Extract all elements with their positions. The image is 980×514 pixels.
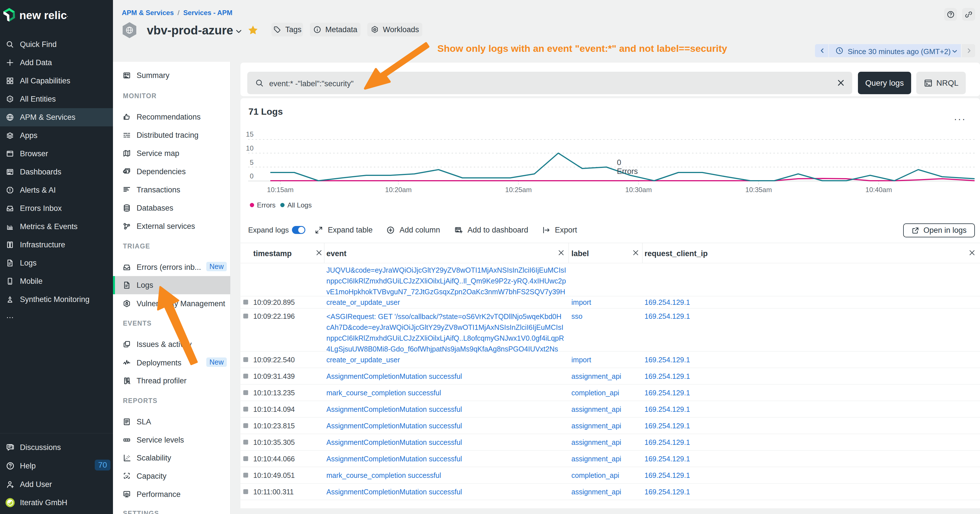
svg-text:new relic.: new relic. [19,9,68,21]
